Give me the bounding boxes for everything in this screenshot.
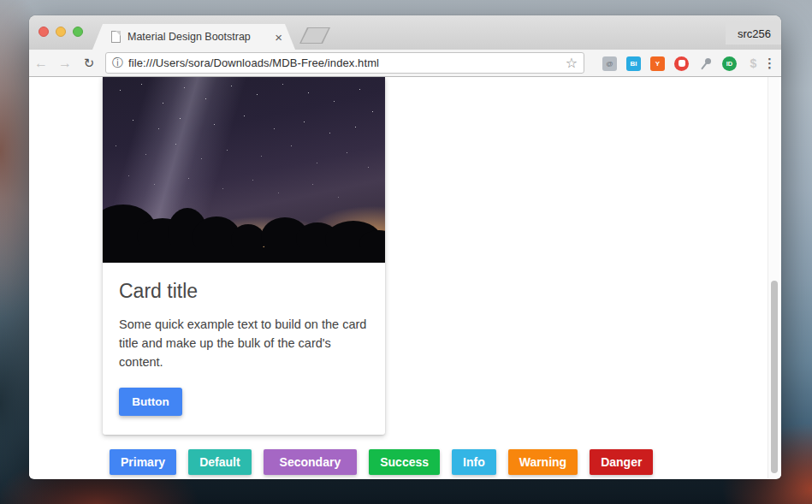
bi-blue-icon[interactable]: BI: [626, 56, 641, 71]
chrome-menu-icon[interactable]: ⋮: [763, 50, 776, 77]
primary-button[interactable]: Primary: [110, 449, 176, 475]
new-tab-button[interactable]: [299, 27, 330, 44]
new-tab-shape: [301, 28, 329, 43]
zoom-window-button[interactable]: [73, 27, 83, 37]
tab-close-icon[interactable]: ×: [274, 31, 283, 44]
minimize-window-button[interactable]: [56, 27, 66, 37]
address-bar[interactable]: ⓘ file:///Users/sora/Downloads/MDB-Free/…: [105, 52, 584, 74]
extension-icons-row: @BIYID$: [602, 50, 761, 77]
forward-icon[interactable]: →: [53, 56, 77, 70]
window-label: src256: [726, 22, 781, 44]
page-viewport: Card title Some quick example text to bu…: [29, 77, 781, 478]
url-text[interactable]: file:///Users/sora/Downloads/MDB-Free/in…: [128, 56, 560, 69]
card-body: Card title Some quick example text to bu…: [103, 263, 385, 435]
tab-strip: Material Design Bootstrap × src256: [29, 15, 781, 50]
info-button[interactable]: Info: [452, 449, 496, 475]
stop-hand-icon[interactable]: [674, 56, 689, 71]
browser-toolbar: ← → ↻ ⓘ file:///Users/sora/Downloads/MDB…: [29, 50, 781, 77]
hacker-news-y-icon[interactable]: Y: [650, 56, 665, 71]
pushpin-icon[interactable]: [698, 56, 713, 71]
warning-button[interactable]: Warning: [508, 449, 578, 475]
danger-button[interactable]: Danger: [590, 449, 653, 475]
traffic-lights: [39, 27, 83, 37]
page-scrollbar[interactable]: [768, 77, 779, 478]
card-text: Some quick example text to build on the …: [119, 315, 371, 371]
page-info-icon[interactable]: ⓘ: [112, 56, 123, 71]
tab-material-design-bootstrap[interactable]: Material Design Bootstrap ×: [92, 24, 295, 50]
back-icon[interactable]: ←: [29, 56, 53, 70]
button-row: PrimaryDefaultSecondarySuccessInfoWarnin…: [110, 449, 653, 475]
default-button[interactable]: Default: [188, 449, 251, 475]
card-night-sky-image: [103, 77, 385, 263]
tree-silhouettes: [103, 199, 385, 263]
success-button[interactable]: Success: [369, 449, 440, 475]
scrollbar-thumb[interactable]: [771, 281, 778, 473]
card-title: Card title: [119, 280, 368, 303]
secondary-button[interactable]: Secondary: [264, 449, 358, 475]
tab-title: Material Design Bootstrap: [127, 31, 274, 43]
dollar-icon[interactable]: $: [746, 56, 761, 71]
reload-icon[interactable]: ↻: [77, 56, 101, 69]
desktop-wallpaper: { "browser": { "window_label": "src256",…: [0, 0, 812, 504]
at-document-icon[interactable]: @: [602, 56, 617, 71]
close-window-button[interactable]: [39, 27, 49, 37]
browser-window: Material Design Bootstrap × src256 ← → ↻…: [29, 15, 781, 479]
page-favicon-icon: [111, 31, 121, 43]
id-green-icon[interactable]: ID: [722, 56, 737, 71]
mdb-card: Card title Some quick example text to bu…: [103, 77, 385, 435]
card-button[interactable]: Button: [119, 388, 182, 416]
bookmark-star-icon[interactable]: ☆: [566, 55, 578, 71]
